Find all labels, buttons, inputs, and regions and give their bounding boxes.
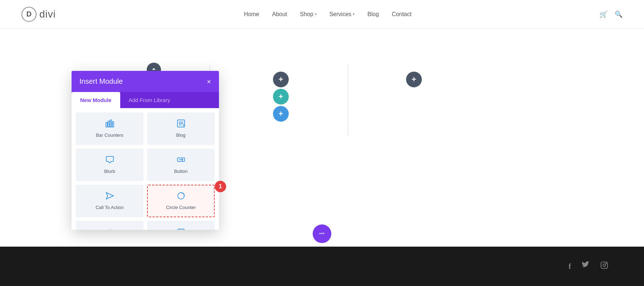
tab-new-module[interactable]: New Module xyxy=(72,92,120,108)
shop-chevron-icon: ▾ xyxy=(315,12,317,16)
add-row-button[interactable]: + xyxy=(273,89,289,105)
circle-counter-icon xyxy=(177,192,185,202)
modal-tabs: New Module Add From Library xyxy=(72,92,219,108)
main-content: + + + + Insert Module × New Module Add F… xyxy=(0,29,644,286)
blurb-label: Blurb xyxy=(104,169,115,174)
circle-counter-label: Circle Counter xyxy=(166,205,196,210)
nav-shop[interactable]: Shop ▾ xyxy=(300,11,316,18)
nav: Home About Shop ▾ Services ▾ Blog Contac… xyxy=(244,11,411,18)
footer-bar: f xyxy=(0,247,644,286)
call-to-action-label: Call To Action xyxy=(96,205,124,210)
button-label: Button xyxy=(174,169,188,174)
logo-icon: D xyxy=(21,7,36,22)
header: D divi Home About Shop ▾ Services ▾ Blog… xyxy=(0,0,644,29)
svg-rect-16 xyxy=(601,262,608,268)
button-icon xyxy=(177,156,185,166)
blog-icon xyxy=(177,120,185,130)
blog-label: Blog xyxy=(176,132,185,138)
call-to-action-icon xyxy=(106,192,114,202)
svg-rect-3 xyxy=(112,122,114,127)
tab-add-from-library[interactable]: Add From Library xyxy=(120,92,179,108)
three-dots-button[interactable]: ••• xyxy=(313,224,331,243)
comments-icon xyxy=(177,228,185,230)
add-column-button-1[interactable]: + xyxy=(273,72,289,87)
logo-text: divi xyxy=(39,9,56,20)
module-blog[interactable]: Blog xyxy=(147,112,215,145)
svg-point-18 xyxy=(606,263,606,264)
instagram-icon[interactable] xyxy=(600,261,608,271)
nav-services[interactable]: Services ▾ xyxy=(330,11,355,18)
module-blurb[interactable]: Blurb xyxy=(76,149,143,181)
svg-line-12 xyxy=(109,229,111,230)
nav-contact[interactable]: Contact xyxy=(392,11,411,18)
services-chevron-icon: ▾ xyxy=(353,12,355,16)
module-call-to-action[interactable]: Call To Action xyxy=(76,185,143,217)
svg-point-17 xyxy=(603,264,605,266)
notification-badge: 1 xyxy=(215,181,226,192)
module-comments[interactable]: Comments xyxy=(147,221,215,230)
blurb-icon xyxy=(106,156,114,166)
modal-header: Insert Module × xyxy=(72,71,219,92)
logo[interactable]: D divi xyxy=(21,7,56,22)
svg-marker-10 xyxy=(106,193,113,199)
facebook-icon[interactable]: f xyxy=(569,262,571,271)
search-icon[interactable]: 🔍 xyxy=(615,10,623,18)
svg-rect-0 xyxy=(106,122,107,127)
svg-rect-1 xyxy=(108,121,109,127)
insert-module-modal: Insert Module × New Module Add From Libr… xyxy=(72,71,219,230)
code-icon xyxy=(106,228,114,230)
add-column-button-2[interactable]: + xyxy=(406,72,422,87)
modal-title: Insert Module xyxy=(79,77,123,86)
nav-home[interactable]: Home xyxy=(244,11,259,18)
cart-icon[interactable]: 🛒 xyxy=(600,10,608,18)
module-grid: Bar Counters Blog xyxy=(72,108,219,230)
module-button[interactable]: Button xyxy=(147,149,215,181)
bar-counters-label: Bar Counters xyxy=(96,132,123,138)
module-circle-counter[interactable]: Circle Counter xyxy=(147,185,215,217)
nav-about[interactable]: About xyxy=(272,11,287,18)
module-code[interactable]: Code xyxy=(76,221,143,230)
bar-counters-icon xyxy=(106,120,114,130)
module-bar-counters[interactable]: Bar Counters xyxy=(76,112,143,145)
svg-rect-2 xyxy=(110,120,112,127)
modal-close-button[interactable]: × xyxy=(207,78,211,85)
divider-right xyxy=(348,64,348,136)
twitter-icon[interactable] xyxy=(582,261,590,271)
nav-icons: 🛒 🔍 xyxy=(600,10,623,18)
add-module-button[interactable]: + xyxy=(273,106,289,122)
nav-blog[interactable]: Blog xyxy=(367,11,379,18)
